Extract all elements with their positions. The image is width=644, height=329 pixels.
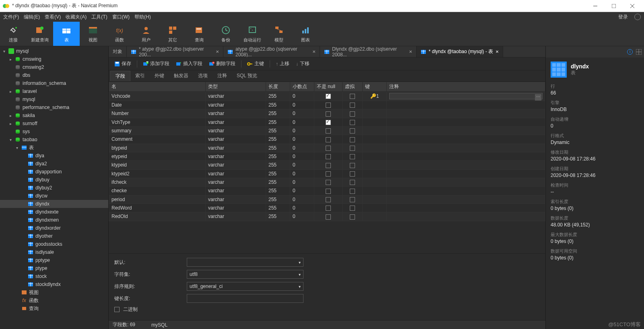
tree-node[interactable]: ▸cmswing bbox=[0, 55, 108, 63]
virtual-cell[interactable] bbox=[343, 126, 363, 135]
expand-arrow-icon[interactable]: ▾ bbox=[2, 49, 6, 53]
column-header[interactable]: 长度 bbox=[266, 82, 290, 92]
decimals-cell[interactable]: 0 bbox=[290, 161, 314, 169]
fields-grid[interactable]: 名类型长度小数点不是 null虚拟键注释 IVchcodevarchar2550… bbox=[109, 82, 545, 221]
virtual-checkbox[interactable] bbox=[350, 189, 355, 194]
decimals-cell[interactable]: 0 bbox=[290, 135, 314, 144]
comment-cell[interactable] bbox=[387, 118, 545, 126]
expand-arrow-icon[interactable]: ▸ bbox=[8, 57, 13, 62]
key-cell[interactable] bbox=[363, 195, 387, 204]
name-cell[interactable]: Number bbox=[109, 109, 206, 118]
tree-node[interactable]: goodsstocks bbox=[0, 240, 108, 248]
comment-cell[interactable] bbox=[387, 161, 545, 169]
key-cell[interactable] bbox=[363, 204, 387, 212]
close-icon[interactable]: ✕ bbox=[216, 49, 219, 54]
notnull-cell[interactable] bbox=[314, 152, 343, 160]
tree-node[interactable]: dlyother bbox=[0, 232, 108, 240]
field-row[interactable]: ktypeid2varchar2550 bbox=[109, 169, 545, 178]
length-cell[interactable]: 255 bbox=[266, 109, 290, 118]
user-icon[interactable] bbox=[634, 14, 641, 20]
menu-item[interactable]: 窗口(W) bbox=[112, 14, 130, 21]
tree-node[interactable]: dlyndxmen bbox=[0, 216, 108, 224]
virtual-checkbox[interactable] bbox=[350, 120, 355, 125]
notnull-cell[interactable] bbox=[314, 187, 343, 195]
name-cell[interactable]: VchType bbox=[109, 118, 206, 126]
tree-node[interactable]: ▾taobao bbox=[0, 136, 108, 144]
field-row[interactable]: btypeidvarchar2550 bbox=[109, 144, 545, 152]
field-row[interactable]: IVchcodevarchar2550🔑1⋯ bbox=[109, 92, 545, 101]
column-header[interactable]: 不是 null bbox=[314, 82, 343, 92]
virtual-checkbox[interactable] bbox=[350, 94, 355, 99]
save-button[interactable]: 保存 bbox=[112, 60, 134, 68]
virtual-cell[interactable] bbox=[343, 187, 363, 195]
notnull-cell[interactable] bbox=[314, 195, 343, 204]
toolbar-view-button[interactable]: 视图 bbox=[80, 22, 106, 46]
column-header[interactable]: 键 bbox=[363, 82, 387, 92]
tree-node[interactable]: dlyapportion bbox=[0, 168, 108, 176]
editor-tab[interactable]: * atype @gjp22.dbo (sqlserver 200...✕ bbox=[127, 46, 223, 57]
notnull-checkbox[interactable] bbox=[326, 120, 331, 125]
notnull-cell[interactable] bbox=[314, 135, 343, 144]
delete-field-button[interactable]: 删除字段 bbox=[206, 60, 238, 68]
virtual-cell[interactable] bbox=[343, 178, 363, 186]
login-link[interactable]: 登录 bbox=[618, 14, 628, 21]
expand-arrow-icon[interactable]: ▸ bbox=[8, 121, 13, 126]
column-header[interactable]: 注释 bbox=[387, 82, 545, 92]
tree-node[interactable]: dlya bbox=[0, 152, 108, 160]
notnull-cell[interactable] bbox=[314, 92, 343, 101]
tree-node[interactable]: dlya2 bbox=[0, 160, 108, 168]
key-cell[interactable] bbox=[363, 135, 387, 144]
type-cell[interactable]: varchar bbox=[206, 118, 266, 126]
key-cell[interactable] bbox=[363, 118, 387, 126]
type-cell[interactable]: varchar bbox=[206, 101, 266, 109]
decimals-cell[interactable]: 0 bbox=[290, 195, 314, 204]
field-row[interactable]: ifcheckvarchar2550 bbox=[109, 178, 545, 186]
name-cell[interactable]: checke bbox=[109, 187, 206, 195]
notnull-checkbox[interactable] bbox=[326, 163, 331, 168]
tree-node[interactable]: ptype bbox=[0, 264, 108, 272]
length-cell[interactable]: 255 bbox=[266, 195, 290, 204]
menu-item[interactable]: 收藏夹(A) bbox=[66, 14, 87, 21]
menu-item[interactable]: 帮助(H) bbox=[134, 14, 151, 21]
close-icon[interactable]: ✕ bbox=[312, 49, 316, 54]
subtab[interactable]: 触发器 bbox=[169, 71, 193, 81]
tree-node[interactable]: fx函数 bbox=[0, 296, 108, 304]
name-cell[interactable]: btypeid bbox=[109, 144, 206, 152]
field-row[interactable]: periodvarchar2550 bbox=[109, 195, 545, 204]
virtual-checkbox[interactable] bbox=[350, 163, 355, 168]
tree-node[interactable]: pptype bbox=[0, 256, 108, 264]
virtual-checkbox[interactable] bbox=[350, 180, 355, 185]
notnull-checkbox[interactable] bbox=[326, 137, 331, 142]
notnull-cell[interactable] bbox=[314, 118, 343, 126]
tree-node[interactable]: stock bbox=[0, 272, 108, 280]
editor-tab[interactable]: atype @gjp22.dbo (sqlserver 2008)...✕ bbox=[223, 46, 320, 57]
tree-node[interactable]: 查询 bbox=[0, 304, 108, 313]
name-cell[interactable]: ifcheck bbox=[109, 178, 206, 186]
notnull-checkbox[interactable] bbox=[326, 154, 331, 159]
type-cell[interactable]: varchar bbox=[206, 144, 266, 152]
field-row[interactable]: Commentvarchar2550 bbox=[109, 135, 545, 144]
name-cell[interactable]: IVchcode bbox=[109, 92, 206, 101]
tree-node[interactable]: dlycw bbox=[0, 192, 108, 200]
tree-node[interactable]: 视图 bbox=[0, 288, 108, 296]
type-cell[interactable]: varchar bbox=[206, 187, 266, 195]
info-icon[interactable]: i bbox=[627, 49, 633, 55]
keylen-input[interactable] bbox=[187, 294, 303, 303]
default-select[interactable]: ▾ bbox=[187, 258, 303, 267]
virtual-cell[interactable] bbox=[343, 204, 363, 212]
length-cell[interactable]: 255 bbox=[266, 101, 290, 109]
menu-item[interactable]: 工具(T) bbox=[91, 14, 107, 21]
tree-node[interactable]: ▸sakila bbox=[0, 111, 108, 119]
name-cell[interactable]: ktypeid2 bbox=[109, 169, 206, 178]
toolbar-chart-button[interactable]: 图表 bbox=[292, 22, 319, 46]
notnull-cell[interactable] bbox=[314, 101, 343, 109]
name-cell[interactable]: RedOld bbox=[109, 212, 206, 221]
name-cell[interactable]: Date bbox=[109, 101, 206, 109]
notnull-checkbox[interactable] bbox=[326, 94, 331, 99]
tree-node[interactable]: dlyndx bbox=[0, 200, 108, 208]
tree-node[interactable]: dbs bbox=[0, 71, 108, 79]
close-button[interactable] bbox=[623, 0, 642, 12]
tree-node[interactable]: dlyndxorder bbox=[0, 224, 108, 232]
virtual-checkbox[interactable] bbox=[350, 103, 355, 108]
decimals-cell[interactable]: 0 bbox=[290, 92, 314, 101]
